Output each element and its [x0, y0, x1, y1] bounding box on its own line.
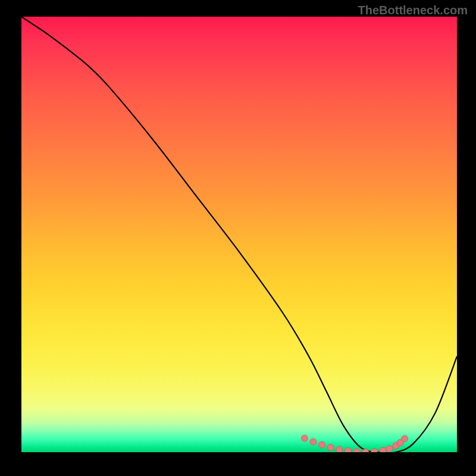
curve-svg: [21, 17, 457, 452]
marker-dot: [380, 447, 386, 452]
watermark-text: TheBottleneck.com: [358, 4, 468, 17]
marker-dot: [301, 435, 308, 441]
bottleneck-curve: [21, 17, 457, 452]
marker-dot: [336, 446, 343, 452]
highlight-markers: [301, 435, 408, 452]
marker-dot: [345, 447, 352, 452]
marker-dot: [310, 439, 317, 445]
marker-dot: [327, 444, 334, 450]
marker-dot: [319, 441, 325, 448]
marker-dot: [353, 449, 360, 452]
marker-dot: [402, 436, 408, 442]
marker-dot: [386, 446, 393, 452]
plot-area: [21, 17, 457, 452]
marker-dot: [371, 449, 377, 452]
chart-container: TheBottleneck.com: [0, 0, 476, 476]
